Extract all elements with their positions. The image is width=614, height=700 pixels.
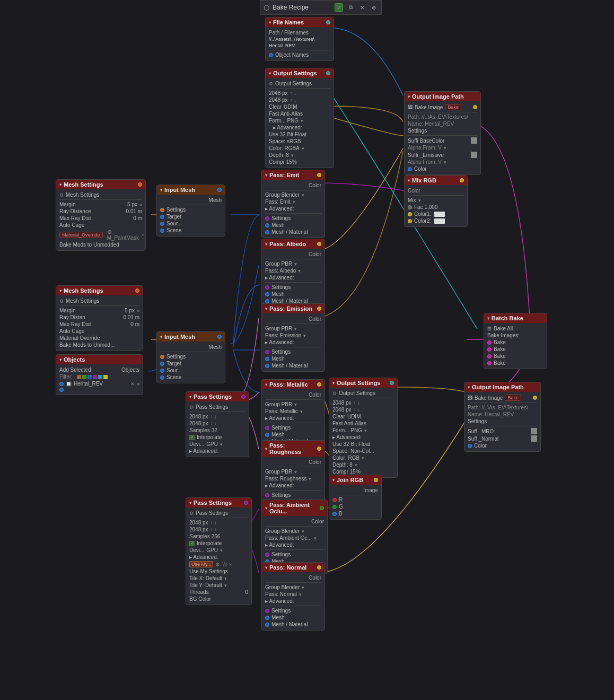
pass-settings-1-node: ▾ Pass Settings ⚙ Pass Settings 2048 px … [186,391,249,457]
pass-settings-2-node: ▾ Pass Settings ⚙ Pass Settings 2048 px … [186,497,252,605]
im2-sour: Sour... [160,367,222,374]
os2-space: Space: Non-Col... [332,448,394,454]
ps2-usemy: Use My... ⚙ W × [189,561,248,568]
oip2-color: Color [468,442,537,449]
ms2-maxray: Max Ray Dist 0 m [59,321,139,328]
pass-settings-1-dot [241,395,245,399]
file-names-header: ▾ File Names [266,18,334,27]
os2-fast: Fast Anti-Alias [332,420,394,427]
mesh-settings-2-output-dot [135,288,139,293]
ms1-autocage: Auto Cage [59,222,142,229]
output-settings-2-node: ▾ Output Settings ⚙ Output Settings 2048… [329,378,398,478]
im1-scene: Scene [160,227,222,234]
join-rgb-node: ▾ Join RGB Image R G B [329,475,382,520]
pass-ao-output-dot [320,506,324,510]
copy-button[interactable]: ⧉ [346,3,355,12]
os2-use32: Use 32 Bit Float [332,441,394,448]
mix-rgb-node: ▾ Mix RGB Color Mix ▾ Fac 1.000 Color1: … [404,175,468,227]
pr-pass: Pass: Roughness ▾ [265,475,321,482]
obj-blue-dot [59,388,64,392]
pm-mesh-dot [265,433,269,437]
pa-meshmat-dot [265,299,269,303]
ps2-samples: Samples 256 [189,533,248,540]
os2-format: Form... PNG ▾ [332,427,394,434]
output-settings-1-node: ▾ Output Settings ⚙ Output Settings 2048… [265,68,334,168]
output-settings-2-header: ▾ Output Settings [329,378,397,388]
pem-pass: Pass: Emission ▾ [265,332,321,339]
ps2-advanced: ▸ Advanced: [189,554,248,561]
im1-settings: Settings [160,206,222,213]
bb-bakeall: ⊞ Bake All [487,325,543,332]
input-mesh-2-mesh-dot [217,335,222,339]
pass-emit-header: ▾ Pass: Emit [262,170,324,180]
pn-mesh: Mesh [265,614,321,621]
pao-settings-dot [265,553,269,557]
pem-meshmat: Mesh / Material [265,362,321,369]
jr-r: R [332,496,378,503]
output-image-path-2-node: ▾ Output Image Path 🖼 Bake Image Bake Pa… [464,382,541,452]
obj-filter: Filter: [59,373,139,380]
object-names-row: Object Names [269,51,330,58]
pass-emission-node: ▾ Pass: Emission Color Group PBR ▾ Pass:… [261,303,325,372]
oip2-suff2: Suff _Normal [468,435,537,442]
pe-settings-dot [265,216,269,221]
im1-sour-dot [160,222,164,226]
pass-emission-header: ▾ Pass: Emission [262,304,324,313]
im2-target: Target [160,360,222,367]
confirm-button[interactable]: ✓ [335,3,343,12]
pa-mesh: Mesh [265,291,321,298]
output-image-path-1-node: ▾ Output Image Path 🖼 Bake Image Bake Pa… [404,91,481,175]
os2-sublabel: ⚙ Output Settings [332,390,394,397]
pn-mesh-dot [265,616,269,620]
ms1-margin: Margin 5 px ⎈ [59,201,142,208]
os2-advanced: ▸ Advanced: [332,434,394,441]
color2-dot [408,219,412,223]
pem-meshmat-dot [265,364,269,368]
pm-group: Group PBR ▾ [265,401,321,408]
input-mesh-2-header: ▾ Input Mesh [157,332,225,342]
pr-color: Color [265,459,321,466]
ps2-tiley: Tile Y: Default ▾ [189,582,248,589]
im1-settings-dot [160,208,164,212]
pem-settings-dot [265,350,269,354]
im1-scene-dot [160,229,164,233]
mix-rgb-output-dot [460,178,464,182]
pn-group: Group Blender ▾ [265,584,321,591]
obj-herital: 🔲 Herital_REV ✕ ⎈ [59,380,139,387]
pao-group: Group Blender ▾ [265,528,324,535]
pm-color: Color [265,391,321,398]
jr-r-dot [332,498,337,502]
pe-advanced: ▸ Advanced: [265,205,321,212]
im1-sour: Sour... [160,220,222,227]
ms1-matoverride: Material_Override ⚙ M_PaintMask ✕ [59,229,142,241]
im1-mesh-label: Mesh [160,197,222,204]
im2-mesh-label: Mesh [160,344,222,351]
close-button[interactable]: ✕ [358,3,366,12]
pass-settings-1-header: ▾ Pass Settings [186,392,249,401]
pao-advanced: ▸ Advanced: [265,541,324,548]
output-image-path-1-header: ▾ Output Image Path [405,92,480,101]
output-settings-2-dot [390,381,394,385]
pass-metallic-node: ▾ Pass: Metallic Color Group PBR ▾ Pass:… [261,379,325,448]
jr-g: G [332,503,378,510]
bb-bake4: Bake [487,360,543,366]
title-bar-icon: ⬡ [264,4,269,12]
color-out-row: Color [408,165,477,172]
ps2-bgcolor: BG Color [189,596,248,602]
pm-mesh: Mesh [265,431,321,438]
pem-mesh: Mesh [265,355,321,362]
pin-button[interactable]: ⊕ [370,3,378,12]
title-bar: ⬡ Bake Recipe ✓ ⧉ ✕ ⊕ [260,0,382,15]
mesh-settings-2-header: ▾ Mesh Settings [56,286,143,295]
pr-settings-dot [265,493,269,497]
ms2-sublabel: ⚙ Mesh Settings [59,298,139,304]
ps2-sublabel: ⚙ Pass Settings [189,510,248,517]
ps2-threads: Threads 0 [189,589,248,596]
output-settings-label-row: ⚙ Output Settings [269,80,330,87]
ps2-usemylabel: Use My Settings [189,568,248,575]
batch-bake-node: ▾ Batch Bake ⊞ Bake All Bake Images: Bak… [484,313,547,369]
pe-mesh-dot [265,223,269,228]
mix-color-row: Color [408,187,464,194]
bb-bake4-dot [487,361,492,365]
ps1-sublabel: ⚙ Pass Settings [189,404,245,410]
